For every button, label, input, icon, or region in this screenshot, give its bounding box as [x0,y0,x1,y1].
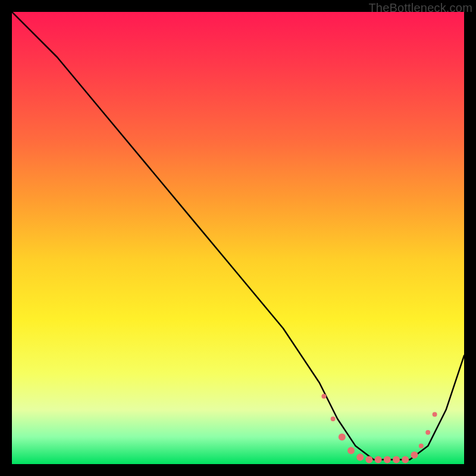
plot-area [12,12,464,464]
bottleneck-curve [12,12,464,459]
marker-dot [375,456,382,463]
curve-svg [12,12,464,464]
marker-dot [419,444,424,449]
marker-dot [402,456,409,463]
marker-dot [321,394,326,399]
marker-dot [339,433,346,440]
marker-dot [356,454,364,461]
marker-dot [384,456,391,463]
marker-dot [425,430,430,435]
marker-dot [393,456,400,463]
marker-dot [411,452,418,459]
marker-dot [433,412,437,416]
marker-dot [365,456,372,463]
marker-dot [347,447,355,454]
chart-frame: TheBottleneck.com [0,0,476,476]
marker-dot [331,416,336,421]
